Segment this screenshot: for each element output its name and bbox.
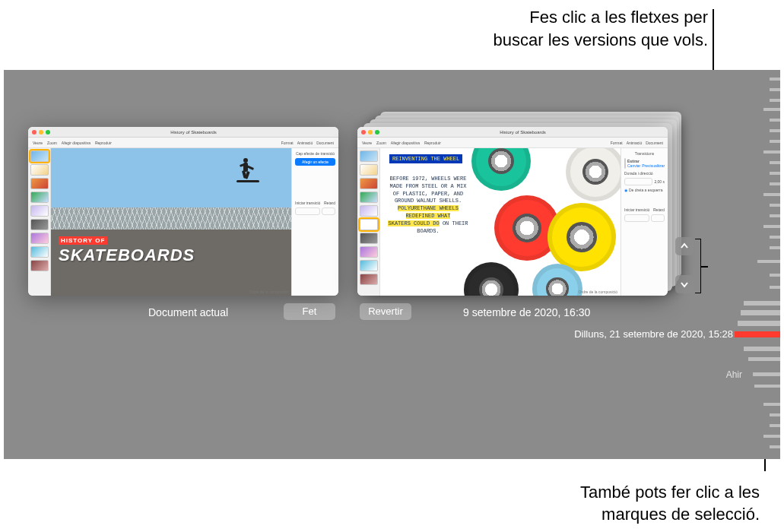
done-button[interactable]: Fet: [284, 303, 335, 320]
slide-canvas: HISTORY OF SKATEBOARDS Ordre de la compo…: [51, 148, 291, 296]
tick-mark[interactable]: [770, 140, 780, 143]
slide-thumb[interactable]: [360, 164, 378, 176]
tick-mark[interactable]: [770, 445, 780, 448]
slide-thumb[interactable]: [30, 260, 49, 271]
build-order-link[interactable]: Ordre de la composició: [249, 290, 288, 294]
tick-mark[interactable]: [770, 78, 780, 81]
tick-mark[interactable]: [770, 274, 780, 277]
change-effect-button[interactable]: Canviar: [627, 163, 640, 168]
slide-thumb[interactable]: [360, 150, 378, 162]
tb-animate[interactable]: Animació: [627, 141, 643, 145]
tick-mark[interactable]: [770, 161, 780, 164]
slide-thumb[interactable]: [30, 150, 49, 162]
slide-thumb[interactable]: [360, 192, 378, 203]
wheel-teal: [471, 148, 531, 191]
minimize-icon[interactable]: [368, 130, 373, 135]
slide-thumb[interactable]: [360, 233, 378, 244]
tick-mark[interactable]: [770, 214, 780, 217]
tick-mark[interactable]: [770, 424, 780, 427]
wheels-body1: Before 1972, wheels were made from steel…: [390, 176, 467, 204]
tick-mark[interactable]: [770, 286, 780, 289]
window-content: reinventing the wheel Before 1972, wheel…: [357, 148, 668, 296]
prev-version-button[interactable]: [675, 237, 694, 255]
minimize-icon[interactable]: [39, 130, 43, 135]
delay-field[interactable]: [322, 207, 335, 215]
slide-thumb[interactable]: [360, 260, 378, 271]
tick-mark[interactable]: [763, 225, 780, 228]
cover-title: HISTORY OF SKATEBOARDS: [59, 232, 195, 265]
tb-play[interactable]: Reproduir: [95, 141, 112, 145]
tick-mark[interactable]: [770, 413, 780, 416]
tick-mark[interactable]: [763, 150, 780, 154]
slide-thumb[interactable]: [360, 274, 378, 285]
version-date-label: 9 setembre de 2020, 16:30: [463, 306, 590, 318]
tick-mark[interactable]: [753, 372, 780, 376]
add-effect-button[interactable]: Afegir un efecte: [295, 158, 335, 166]
tb-format[interactable]: Format: [611, 141, 623, 145]
close-icon[interactable]: [361, 130, 366, 135]
slide-thumb[interactable]: [30, 192, 49, 203]
tick-mark[interactable]: [744, 347, 780, 351]
preview-effect-button[interactable]: Previsualitzar: [642, 163, 665, 168]
duration-field[interactable]: [624, 178, 652, 185]
tick-mark[interactable]: [770, 246, 780, 249]
tb-zoom[interactable]: Zoom: [376, 141, 386, 145]
slide-thumb[interactable]: [30, 164, 49, 176]
tick-mark[interactable]: [744, 301, 780, 306]
tick-mark[interactable]: [770, 182, 780, 185]
slide-thumb[interactable]: [30, 246, 49, 258]
slide-thumb[interactable]: [360, 246, 378, 258]
tick-selected[interactable]: [735, 331, 780, 337]
tick-mark[interactable]: [738, 321, 780, 326]
tick-mark[interactable]: [770, 236, 780, 239]
direction-option[interactable]: De dreta a esquerra: [629, 188, 662, 192]
tick-mark[interactable]: [770, 172, 780, 175]
tick-mark[interactable]: [770, 129, 780, 132]
revert-button[interactable]: Revertir: [360, 303, 411, 320]
tb-document[interactable]: Document: [646, 141, 663, 145]
start-select[interactable]: [624, 214, 649, 222]
tick-mark[interactable]: [763, 193, 780, 196]
tick-mark[interactable]: [757, 260, 780, 263]
toolbar: Veure Zoom Afegir diapositiva Reproduir …: [357, 138, 668, 148]
tick-mark[interactable]: [763, 403, 780, 406]
callout-top: Fes clic a les fletxes per buscar les ve…: [494, 6, 708, 51]
window-content: HISTORY OF SKATEBOARDS Ordre de la compo…: [28, 148, 338, 296]
tick-mark[interactable]: [748, 357, 780, 361]
slide-thumb[interactable]: [30, 205, 49, 217]
tick-mark[interactable]: [770, 204, 780, 207]
slide-thumb[interactable]: [360, 205, 378, 217]
tb-play[interactable]: Reproduir: [424, 141, 441, 145]
slide-thumb[interactable]: [30, 219, 49, 230]
slide-thumb[interactable]: [360, 178, 378, 189]
callout-bottom: També pots fer clic a les marques de sel…: [580, 481, 760, 526]
tb-document[interactable]: Document: [316, 141, 334, 145]
tb-zoom[interactable]: Zoom: [47, 141, 57, 145]
tick-mark[interactable]: [770, 99, 780, 102]
tb-view[interactable]: Veure: [362, 141, 372, 145]
start-select[interactable]: [295, 207, 320, 215]
next-version-button[interactable]: [675, 275, 694, 293]
tick-mark[interactable]: [741, 310, 780, 315]
zoom-icon[interactable]: [375, 130, 379, 135]
titlebar: History of Skateboards: [28, 127, 338, 138]
tick-mark[interactable]: [770, 119, 780, 122]
tick-mark[interactable]: [763, 435, 780, 438]
delay-field[interactable]: [651, 214, 665, 222]
tick-mark[interactable]: [770, 88, 780, 91]
tb-view[interactable]: Veure: [33, 141, 43, 145]
tb-format[interactable]: Format: [281, 141, 294, 145]
wheels-hl3: skaters could do: [388, 220, 439, 226]
build-order-link[interactable]: Ordre de la composició: [579, 290, 617, 294]
tb-addslide[interactable]: Afegir diapositiva: [391, 141, 420, 145]
tb-animate[interactable]: Animació: [297, 141, 313, 145]
slide-thumb[interactable]: [30, 233, 49, 244]
zoom-icon[interactable]: [46, 130, 50, 135]
close-icon[interactable]: [32, 130, 37, 135]
tick-mark[interactable]: [754, 385, 780, 388]
tick-mark[interactable]: [763, 108, 780, 111]
slide-thumb[interactable]: [360, 219, 378, 230]
wheels-hl1: Polyurethane wheels: [398, 205, 459, 211]
tb-addslide[interactable]: Afegir diapositiva: [62, 141, 90, 145]
slide-thumb[interactable]: [30, 178, 49, 189]
